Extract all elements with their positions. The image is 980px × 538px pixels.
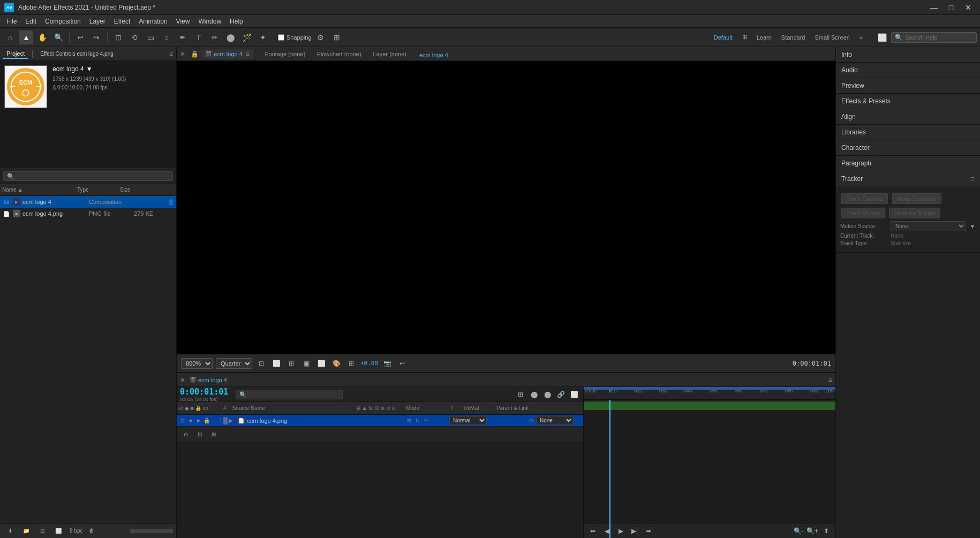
zoom-in-timeline[interactable]: 🔍+	[806, 525, 818, 537]
puppet-tool[interactable]: 🪄	[240, 31, 254, 44]
layer-parent-select[interactable]: None	[536, 416, 574, 425]
viewer-grid-btn[interactable]: ⊞	[285, 358, 297, 369]
zoom-select[interactable]: 800% 400% 200% 100% 50% 25%	[181, 358, 213, 369]
pencil-btn[interactable]: ✏	[423, 417, 430, 425]
menu-effect[interactable]: Effect	[110, 17, 134, 26]
list-item[interactable]: 📄 ■ ecm logo 4.png PNG file 279 KE	[0, 208, 176, 219]
layer-tab[interactable]: Layer (none)	[368, 50, 412, 58]
menu-edit[interactable]: Edit	[21, 17, 41, 26]
panel-menu-icon[interactable]: ≡	[169, 50, 173, 58]
prev-frame-btn[interactable]: ◀	[601, 525, 613, 537]
viewer-trans-btn[interactable]: ⬜	[315, 358, 327, 369]
tab-project[interactable]: Project	[3, 49, 28, 59]
layer-mode-select[interactable]: Normal Multiply Screen Overlay	[449, 416, 487, 425]
timeline-motion-btn[interactable]: ⬤	[541, 389, 553, 400]
menu-animation[interactable]: Animation	[134, 17, 171, 26]
rotation-tool[interactable]: ⟲	[127, 31, 141, 44]
menu-help[interactable]: Help	[225, 17, 247, 26]
list-item[interactable]: 🎞 ▶ ecm logo 4 Composition 👤	[0, 196, 176, 208]
render-queue-icon[interactable]: ⬜	[875, 31, 889, 44]
home-tool[interactable]: ⌂	[3, 31, 17, 44]
undo-tool[interactable]: ↩	[73, 31, 87, 44]
maximize-button[interactable]: □	[944, 2, 959, 13]
fit-viewer-btn[interactable]: ⊡	[255, 358, 267, 369]
text-tool[interactable]: T	[192, 31, 206, 44]
quality-select[interactable]: Quarter Half Full	[216, 358, 252, 369]
audio-title[interactable]: Audio	[836, 63, 980, 78]
timeline-options-icon[interactable]: ≡	[828, 376, 832, 384]
track-camera-button[interactable]: Track Camera	[841, 193, 888, 204]
stabilize-motion-button[interactable]: Stabilize Motion	[889, 208, 940, 218]
menu-file[interactable]: File	[2, 17, 21, 26]
parent-link-icon[interactable]: ⊙	[527, 417, 535, 425]
libraries-title[interactable]: Libraries	[836, 125, 980, 140]
show-snapshot-btn[interactable]: ↩	[396, 358, 408, 369]
select-tool[interactable]: ▲	[19, 31, 33, 44]
timeline-graph-btn[interactable]: ⬤	[528, 389, 540, 400]
hand-tool[interactable]: ✋	[35, 31, 49, 44]
timeline-close[interactable]: ✕	[180, 376, 185, 384]
motion-source-dropdown[interactable]: ▼	[969, 223, 976, 230]
new-item-button[interactable]: ⬇	[3, 524, 17, 538]
align-title[interactable]: Align	[836, 109, 980, 124]
fx-btn[interactable]: fx	[414, 417, 421, 425]
menu-composition[interactable]: Composition	[41, 17, 85, 26]
preview-title[interactable]: Preview	[836, 78, 980, 93]
tracker-title[interactable]: Tracker ≡	[836, 171, 980, 186]
layer-lock-btn[interactable]: 🔒	[203, 417, 210, 425]
next-frame-btn[interactable]: ▶|	[629, 525, 640, 537]
brush-tool[interactable]: ✏	[208, 31, 222, 44]
new-comp-tool[interactable]: ⊡	[111, 31, 125, 44]
play-btn[interactable]: ▶	[615, 525, 627, 537]
clone-tool[interactable]: ⬤	[224, 31, 238, 44]
exposure-btn[interactable]: ⊞	[345, 358, 357, 369]
workspace-learn[interactable]: Learn	[752, 33, 776, 42]
new-folder-button[interactable]: 📁	[19, 524, 33, 538]
close-button[interactable]: ✕	[961, 2, 976, 13]
zoom-out-timeline[interactable]: 🔍-	[793, 525, 804, 537]
flowchart-tab[interactable]: Flowchart (none)	[312, 50, 367, 58]
minimize-button[interactable]: —	[926, 2, 941, 13]
timeline-ruler[interactable]: 0:00s 01s 02s 03s 04s 05s 06s 07s 08s 09…	[584, 387, 835, 400]
go-end-btn[interactable]: ➡	[643, 525, 654, 537]
color-settings-button[interactable]: 🗑	[85, 524, 99, 538]
tab-effect-controls[interactable]: Effect Controls ecm logo 4.png	[37, 50, 117, 58]
timeline-compose-btn[interactable]: ⊞	[515, 389, 526, 400]
project-search-input[interactable]	[3, 171, 173, 181]
motion-source-select[interactable]: None	[891, 221, 966, 231]
expand-timeline[interactable]: ⬆	[820, 525, 832, 537]
frame-blending-btn[interactable]: ⊞	[208, 429, 220, 441]
layer-eye-btn[interactable]: ⊙	[179, 417, 186, 425]
magnet-icon[interactable]: ⚙	[314, 31, 328, 44]
zoom-tool[interactable]: 🔍	[51, 31, 65, 44]
footage-tab[interactable]: Footage (none)	[260, 50, 311, 58]
rect-tool[interactable]: ▭	[144, 31, 157, 44]
menu-layer[interactable]: Layer	[85, 17, 110, 26]
timeline-timecode[interactable]: 0:00:01:01	[180, 387, 228, 397]
search-project-button[interactable]: ⊡	[35, 524, 49, 538]
viewer-3d-btn[interactable]: ▣	[300, 358, 312, 369]
redo-tool[interactable]: ↪	[89, 31, 103, 44]
go-start-btn[interactable]: ⬅	[587, 525, 599, 537]
new-layer-btn[interactable]: ⊙	[180, 429, 192, 441]
timeline-link-btn[interactable]: 🔗	[555, 389, 567, 400]
layer-search-input[interactable]	[236, 390, 343, 399]
layer-solo-btn[interactable]: ▶	[195, 417, 202, 425]
snapping-checkbox[interactable]	[278, 34, 284, 41]
workspace-standard[interactable]: Standard	[777, 33, 810, 42]
search-help-input[interactable]	[905, 34, 969, 41]
snapshot-btn[interactable]: 📷	[381, 358, 393, 369]
layer-expand[interactable]: ▶	[229, 418, 236, 423]
info-title[interactable]: Info	[836, 47, 980, 62]
layer-audio-btn[interactable]: ◆	[187, 417, 194, 425]
color-picker-btn[interactable]: 🎨	[330, 358, 342, 369]
grid-icon[interactable]: ⊞	[330, 31, 344, 44]
motion-blur-btn[interactable]: ⊞	[405, 417, 413, 425]
comp-active-tab[interactable]: ecm logo 4	[419, 52, 448, 58]
shy-btn[interactable]: ⊡	[194, 429, 206, 441]
timeline-camera-btn[interactable]: ⬜	[568, 389, 580, 400]
character-title[interactable]: Character	[836, 140, 980, 155]
menu-window[interactable]: Window	[194, 17, 225, 26]
track-motion-button[interactable]: Track Motion	[841, 208, 885, 218]
menu-view[interactable]: View	[172, 17, 194, 26]
